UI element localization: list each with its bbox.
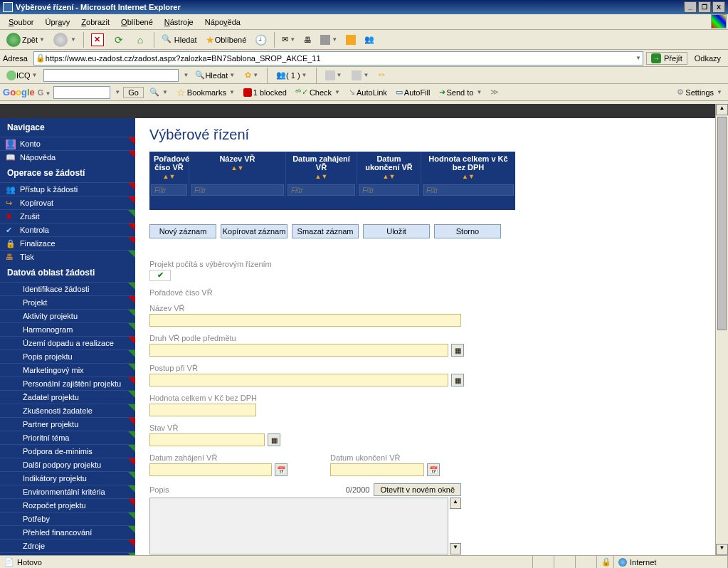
address-input-wrap[interactable]: 🔒 ▼ [33,51,643,65]
textarea-scroll-down[interactable]: ▼ [450,543,461,554]
nav-sub-item[interactable]: Zkušenosti žadatele [0,404,135,417]
delete-record-button[interactable]: Smazat záznam [292,224,359,238]
input-druh[interactable] [149,344,448,357]
forward-button[interactable]: ▼ [50,31,80,49]
nav-kopirovat[interactable]: ↪Kopírovat [0,196,135,209]
col-datum-zahajeni[interactable]: Datum zahájení VŘ▲▼ [286,152,357,183]
col-nazev[interactable]: Název VŘ▲▼ [189,152,286,183]
filter-hodnota[interactable] [423,184,514,196]
textarea-scroll-up[interactable]: ▲ [450,498,461,509]
filter-ukonceni[interactable] [359,184,419,196]
google-search-sites[interactable]: 🔍▼ [147,88,171,97]
google-autofill[interactable]: ▭AutoFill [393,88,433,97]
stop-button[interactable]: ✕ [88,31,107,48]
filter-zahajeni[interactable] [287,184,355,196]
nav-sub-item[interactable]: Podpora de-minimis [0,444,135,458]
restore-button[interactable]: ❐ [698,1,711,13]
icq-tool2[interactable]: ▼ [348,68,372,83]
menu-file[interactable]: Soubor [3,16,39,28]
input-hodnota[interactable] [149,404,256,416]
icq-tool3[interactable]: ✏ [375,68,389,82]
icq-tool1[interactable]: ▼ [322,68,346,83]
col-hodnota[interactable]: Hodnota celkem v Kč bez DPH▲▼ [421,152,515,183]
icq-search-dropdown[interactable]: ▼ [183,72,189,78]
scroll-thumb[interactable] [717,117,727,330]
search-button[interactable]: 🔍Hledat [158,32,201,48]
address-dropdown-icon[interactable]: ▼ [635,55,641,61]
calendar-zahajeni[interactable]: 📅 [275,463,287,476]
google-autolink[interactable]: ↘AutoLink [346,88,390,97]
menu-tools[interactable]: Nástroje [159,16,199,28]
vertical-scrollbar[interactable]: ▲ ▼ [715,104,728,555]
sort-icon[interactable]: ▲▼ [163,173,176,180]
nav-sub-item[interactable]: Environmentální kritéria [0,485,135,498]
input-postup[interactable] [149,374,448,386]
nav-sub-item[interactable]: Personální zajištění projektu [0,377,135,390]
google-go-button[interactable]: Go [123,87,144,98]
google-logo[interactable]: Google [3,87,35,98]
links-label[interactable]: Odkazy [690,54,725,63]
icq-people-button[interactable]: 👥( 1 )▼ [273,68,310,82]
google-spellcheck[interactable]: ᵃᵇ✓Check▼ [292,88,343,97]
refresh-button[interactable]: ⟳ [109,31,129,48]
input-datum-ukonceni[interactable] [330,463,424,476]
google-search-input[interactable] [53,86,110,99]
minimize-button[interactable]: _ [684,1,697,13]
icq-search-button[interactable]: 🔍Hledat▼ [191,68,238,82]
filter-nazev[interactable] [191,184,284,196]
input-stav[interactable] [149,433,265,446]
picker-stav[interactable]: ▦ [268,433,280,446]
nav-sub-item[interactable]: Rozpočet projektu [0,498,135,512]
textarea-popis[interactable] [149,498,448,554]
go-button[interactable]: →Přejít [646,52,687,65]
nav-sub-item[interactable]: Přehled financování [0,525,135,539]
menu-edit[interactable]: Úpravy [39,16,75,28]
open-new-window-button[interactable]: Otevřít v novém okně [374,483,461,496]
google-search-dropdown[interactable]: ▼ [115,89,120,95]
sort-icon[interactable]: ▲▼ [315,173,328,180]
calendar-ukonceni[interactable]: 📅 [427,463,440,476]
nav-konto[interactable]: 👤Konto [0,137,135,150]
nav-sub-item[interactable]: Prioritní téma [0,431,135,444]
nav-kontrola[interactable]: ✔Kontrola [0,223,135,236]
nav-sub-item[interactable]: Identifikace žádosti [0,282,135,295]
nav-pristup[interactable]: 👥Přístup k žádosti [0,182,135,196]
picker-druh[interactable]: ▦ [451,344,464,357]
nav-finalizace[interactable]: 🔒Finalizace [0,236,135,250]
scroll-down-arrow[interactable]: ▼ [716,544,728,555]
new-record-button[interactable]: Nový záznam [149,224,216,238]
close-button[interactable]: X [712,1,725,13]
picker-postup[interactable]: ▦ [451,374,464,386]
back-button[interactable]: Zpět▼ [3,31,48,49]
nav-zrusit[interactable]: ✖Zrušit [0,209,135,223]
icq-button[interactable]: ICQ▼ [3,68,41,83]
nav-sub-item[interactable]: Partner projektu [0,417,135,431]
nav-sub-item[interactable]: Harmonogram [0,322,135,336]
messenger-button[interactable]: 👥 [361,33,378,46]
nav-sub-item[interactable]: Projekt [0,295,135,309]
checkbox-indicator[interactable]: ✔ [149,270,171,281]
sort-icon[interactable]: ▲▼ [231,164,244,172]
google-settings[interactable]: ⚙Settings▼ [674,88,725,97]
nav-napoveda[interactable]: 📖Nápověda [0,150,135,164]
nav-sub-item[interactable]: Další podpory projektu [0,458,135,471]
nav-sub-item[interactable]: Žadatel projektu [0,390,135,404]
print-button[interactable]: 🖶 [300,33,315,46]
input-nazev[interactable] [149,314,461,327]
icq-flower-button[interactable]: ✿▼ [241,68,262,82]
google-bookmarks[interactable]: ☆Bookmarks▼ [174,87,238,98]
menu-help[interactable]: Nápověda [199,16,246,28]
favorites-button[interactable]: ★Oblíbené [202,32,250,48]
nav-tisk[interactable]: 🖶Tisk [0,250,135,263]
history-button[interactable]: 🕘 [251,32,270,48]
nav-sub-item[interactable]: Aktivity projektu [0,309,135,322]
address-input[interactable] [46,54,634,63]
edit-button[interactable]: ▼ [317,33,341,47]
sort-icon[interactable]: ▲▼ [383,173,396,180]
filter-poradove[interactable] [151,184,187,196]
google-sep[interactable]: ≫ [487,88,502,97]
scroll-up-arrow[interactable]: ▲ [716,104,728,115]
input-datum-zahajeni[interactable] [149,463,272,476]
google-popup-blocker[interactable]: 1 blocked [241,88,290,97]
col-poradove[interactable]: Pořadové číso VŘ▲▼ [149,152,189,183]
